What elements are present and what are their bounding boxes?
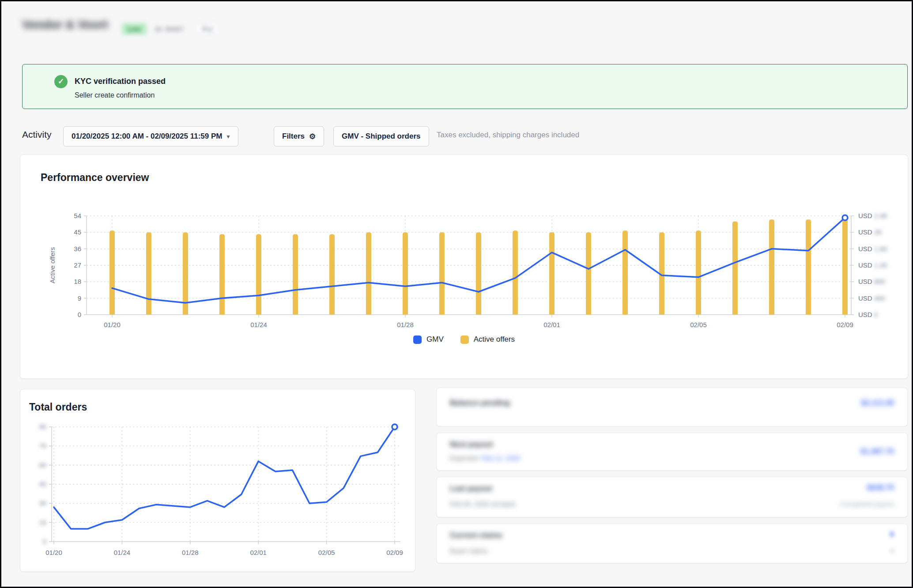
svg-text:54: 54 <box>74 212 81 219</box>
summary-subvalue: 0 <box>890 547 894 554</box>
svg-text:02/05: 02/05 <box>690 321 707 328</box>
kyc-banner-subtitle: Seller create confirmation <box>75 91 155 99</box>
svg-text:0: 0 <box>43 538 46 545</box>
summary-subvalue: Completed payout <box>840 500 894 508</box>
svg-text:60: 60 <box>39 461 46 469</box>
performance-overview-card: Performance overview 54USD 2.4K45USD 2K3… <box>20 155 908 379</box>
chart-legend: GMV Active offers <box>20 335 908 344</box>
tax-note: Taxes excluded, shipping charges include… <box>437 131 579 139</box>
svg-text:02/09: 02/09 <box>386 549 403 556</box>
kyc-banner: ✓ KYC verification passed Seller create … <box>22 64 908 109</box>
activity-label: Activity <box>22 129 52 140</box>
svg-text:9: 9 <box>78 294 81 302</box>
summary-sublabel: Feb 05, 2025 via bank <box>450 500 515 508</box>
svg-text:36: 36 <box>74 245 81 253</box>
summary-value-link[interactable]: $1,487.76 <box>860 447 894 456</box>
svg-text:30: 30 <box>39 499 46 507</box>
svg-text:USD 800: USD 800 <box>858 278 885 285</box>
vendor-id-text: ID: 58497 <box>155 25 184 33</box>
legend-label-gmv: GMV <box>426 335 444 344</box>
svg-text:01/20: 01/20 <box>104 321 121 328</box>
performance-chart-svg: 54USD 2.4K45USD 2K36USD 1.6K27USD 1.2K18… <box>47 196 912 334</box>
svg-text:02/01: 02/01 <box>543 321 560 328</box>
summary-card-last-payout: Last payout Feb 05, 2025 via bank $648.7… <box>436 477 908 517</box>
svg-text:0: 0 <box>78 311 81 318</box>
svg-text:Active offers: Active offers <box>49 247 56 283</box>
summary-label: Next payout <box>450 440 493 449</box>
summary-value-link[interactable]: 0 <box>890 530 894 539</box>
svg-text:USD 2K: USD 2K <box>858 228 882 236</box>
seller-dashboard-screen: Vendor & Voort Live ID: 58497 Buy ✓ KYC … <box>0 0 913 588</box>
legend-item-active-offers[interactable]: Active offers <box>460 335 515 344</box>
performance-overview-title: Performance overview <box>41 172 149 184</box>
svg-text:18: 18 <box>74 278 81 285</box>
svg-text:75: 75 <box>39 442 46 449</box>
svg-text:USD 2.4K: USD 2.4K <box>858 212 888 219</box>
summary-label: Balance pending <box>450 399 510 407</box>
summary-card-balance: Balance pending $2,113.49 <box>436 388 908 426</box>
svg-text:USD 0: USD 0 <box>858 311 878 318</box>
filters-button[interactable]: Filters ⚙ <box>274 126 324 147</box>
total-orders-chart-svg: 907560453015001/2001/2401/2802/0102/0502… <box>27 415 409 568</box>
metric-selector-label: GMV - Shipped orders <box>342 132 421 141</box>
svg-text:01/28: 01/28 <box>397 321 414 328</box>
svg-text:USD 1.6K: USD 1.6K <box>858 245 888 253</box>
svg-text:45: 45 <box>39 480 46 488</box>
summary-value-link[interactable]: $2,113.49 <box>861 399 894 407</box>
page-title: Vendor & Voort <box>22 18 108 32</box>
kyc-banner-title: KYC verification passed <box>75 77 166 86</box>
total-orders-title: Total orders <box>29 401 87 413</box>
summary-card-claims: Current claims Buyer claims 0 0 <box>436 524 908 563</box>
svg-text:02/05: 02/05 <box>318 549 335 556</box>
status-badge: Live <box>122 23 147 35</box>
svg-text:01/24: 01/24 <box>250 321 267 328</box>
svg-text:15: 15 <box>39 519 46 526</box>
summary-card-next-payout: Next payout Expected: Feb 12, 2025 $1,48… <box>436 433 908 471</box>
svg-text:90: 90 <box>39 423 46 430</box>
svg-text:USD 400: USD 400 <box>858 294 885 302</box>
svg-text:02/01: 02/01 <box>250 549 267 556</box>
summary-label: Last payout <box>450 484 492 493</box>
check-circle-icon: ✓ <box>54 75 68 88</box>
total-orders-card: Total orders 907560453015001/2001/2401/2… <box>20 389 415 572</box>
metric-selector-button[interactable]: GMV - Shipped orders <box>333 126 429 147</box>
active-offers-swatch-icon <box>460 335 469 344</box>
gmv-swatch-icon <box>413 335 422 344</box>
svg-text:01/20: 01/20 <box>45 549 62 556</box>
chevron-down-icon: ▾ <box>227 133 230 140</box>
summary-sublabel: Expected: Feb 12, 2025 <box>450 454 520 462</box>
date-range-button[interactable]: 01/20/2025 12:00 AM - 02/09/2025 11:59 P… <box>63 126 238 147</box>
date-range-value: 01/20/2025 12:00 AM - 02/09/2025 11:59 P… <box>72 132 223 141</box>
legend-label-active-offers: Active offers <box>474 335 515 344</box>
svg-text:01/24: 01/24 <box>114 549 131 556</box>
svg-text:02/09: 02/09 <box>837 321 853 328</box>
gear-icon: ⚙ <box>309 132 316 141</box>
summary-sublabel-link[interactable]: Feb 12, 2025 <box>481 454 520 462</box>
summary-value-link[interactable]: $648.79 <box>867 483 894 492</box>
summary-sublabel: Buyer claims <box>450 547 488 554</box>
svg-text:45: 45 <box>74 228 81 236</box>
secondary-badge: Buy <box>196 23 219 34</box>
summary-label: Current claims <box>450 531 502 540</box>
svg-text:27: 27 <box>74 261 81 269</box>
legend-item-gmv[interactable]: GMV <box>413 335 444 344</box>
svg-text:USD 1.2K: USD 1.2K <box>858 261 888 269</box>
filters-label: Filters <box>282 132 305 141</box>
svg-text:01/28: 01/28 <box>182 549 199 556</box>
